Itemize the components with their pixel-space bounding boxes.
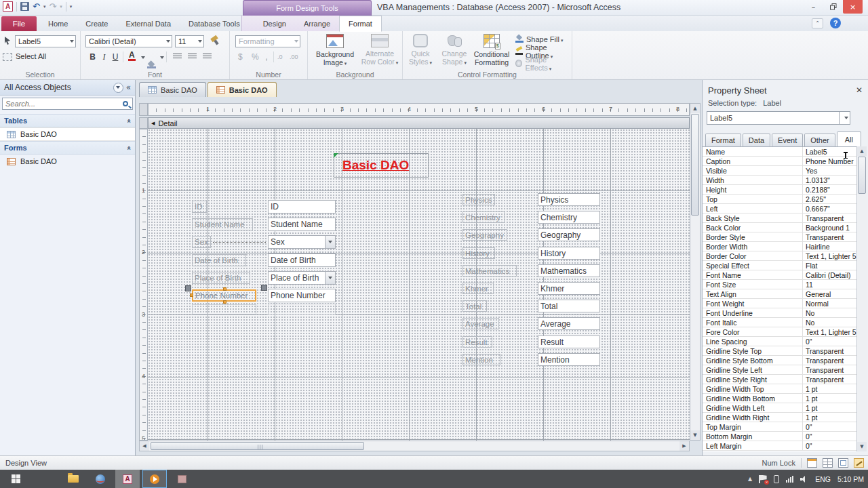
property-value[interactable]: 2.625" (802, 195, 857, 203)
property-value[interactable]: 0" (802, 441, 857, 450)
property-value[interactable]: Text 1, Lighter 5 (802, 327, 857, 336)
resize-handle[interactable] (223, 287, 226, 291)
taskbar-app[interactable] (170, 470, 194, 488)
property-value[interactable]: Flat (802, 261, 857, 270)
scroll-thumb[interactable] (858, 157, 866, 194)
fill-color-icon[interactable] (147, 62, 156, 68)
scroll-down-icon[interactable]: ▼ (857, 442, 867, 451)
subject-label-history[interactable]: History (462, 247, 495, 259)
field-textbox-place-of-birth[interactable]: Place of Birth (268, 271, 336, 285)
property-value[interactable]: 0" (802, 422, 857, 431)
property-value[interactable]: 0.2188" (802, 185, 857, 194)
taskbar-access[interactable]: A (115, 470, 140, 488)
taskbar-browser[interactable] (88, 470, 113, 488)
restore-button[interactable] (823, 0, 843, 14)
file-tab[interactable]: File (1, 16, 37, 31)
property-value[interactable]: 11 (802, 280, 857, 289)
combo-dropdown-button[interactable] (325, 236, 335, 248)
canvas-vertical-scrollbar[interactable]: ▲ ▼ (690, 103, 701, 441)
qat-customize-icon[interactable]: ▾ (70, 4, 73, 9)
property-value[interactable]: Normal (802, 299, 857, 308)
scroll-down-icon[interactable]: ▼ (690, 430, 700, 440)
shutter-bar-close-icon[interactable]: « (126, 83, 131, 92)
property-value[interactable]: General (802, 289, 857, 298)
section-selector[interactable] (139, 117, 148, 129)
property-tab-data[interactable]: Data (743, 134, 770, 146)
label-move-handle[interactable] (185, 285, 191, 291)
property-value[interactable]: 0" (802, 432, 857, 441)
undo-caret-icon[interactable]: ▾ (43, 4, 46, 9)
property-value[interactable]: 0.6667" (802, 204, 857, 213)
property-value[interactable]: Transparent (802, 232, 857, 241)
nav-item-basic-dao[interactable]: Basic DAO (0, 127, 135, 141)
field-label-sex[interactable]: Sex (192, 236, 211, 248)
phone-icon[interactable] (774, 475, 779, 483)
start-button[interactable] (0, 470, 31, 488)
property-value[interactable]: Background 1 (802, 223, 857, 232)
chevron-up-icon[interactable]: « (125, 119, 132, 123)
control-selector-combobox[interactable]: Label5 (707, 111, 850, 125)
vertical-scroll-thumb[interactable] (691, 114, 699, 216)
property-tab-all[interactable]: All (837, 131, 861, 146)
scroll-up-icon[interactable]: ▲ (690, 104, 700, 113)
property-value[interactable]: Transparent (802, 346, 857, 355)
form-design-canvas[interactable]: Basic DAOIDIDStudent NameStudent NameSex… (148, 129, 690, 441)
property-value[interactable]: Transparent (802, 356, 857, 365)
document-tab-basic-dao[interactable]: Basic DAO (208, 82, 277, 97)
property-value[interactable]: Phone Number (802, 157, 857, 165)
ribbon-tab-external-data[interactable]: External Data (117, 16, 180, 31)
clock[interactable]: 5:10 PM (837, 475, 864, 483)
property-tab-event[interactable]: Event (772, 134, 803, 146)
taskbar-file-explorer[interactable] (61, 470, 85, 488)
property-value[interactable]: 1 pt (802, 413, 857, 422)
property-value[interactable]: Text 1, Lighter 5 (802, 251, 857, 260)
subject-textbox-result[interactable]: Result (538, 336, 600, 348)
ribbon-tab-database-tools[interactable]: Database Tools (180, 16, 249, 31)
subject-label-geography[interactable]: Geography (462, 229, 507, 241)
datasheet-view-button[interactable] (823, 458, 833, 468)
conditional-formatting-button[interactable]: Conditional Formatting (472, 33, 511, 66)
undo-icon[interactable]: ↶ (33, 2, 40, 11)
bold-button[interactable]: B (87, 52, 98, 62)
property-value[interactable]: Label5 (802, 147, 857, 156)
search-input[interactable] (3, 100, 123, 108)
scroll-right-icon[interactable]: ▶ (679, 441, 689, 451)
property-tab-format[interactable]: Format (705, 134, 741, 146)
nav-group-header-tables[interactable]: Tables« (0, 114, 135, 127)
subject-textbox-khmer[interactable]: Khmer (538, 282, 600, 295)
chevron-up-icon[interactable]: « (125, 146, 132, 150)
subject-textbox-total[interactable]: Total (538, 300, 600, 312)
canvas-horizontal-scrollbar[interactable]: ◀ ▶ (139, 441, 690, 451)
select-all-button[interactable]: Select All (16, 52, 46, 60)
design-view-button[interactable] (854, 458, 864, 468)
ribbon-tab-format[interactable]: Format (339, 16, 382, 32)
scroll-up-icon[interactable]: ▲ (857, 146, 867, 156)
subject-label-khmer[interactable]: Khmer (462, 283, 494, 294)
subject-label-total[interactable]: Total (462, 300, 487, 312)
nav-item-basic-dao[interactable]: Basic DAO (0, 155, 135, 168)
font-color-caret-icon[interactable] (141, 56, 145, 59)
subject-label-result[interactable]: Result (462, 336, 492, 348)
font-size-combobox[interactable]: 11 (175, 35, 204, 47)
object-selector-combobox[interactable]: Label5 (15, 35, 76, 47)
property-value[interactable]: 1.0313" (802, 176, 857, 184)
field-textbox-student-name[interactable]: Student Name (268, 218, 336, 231)
search-icon[interactable] (123, 101, 128, 106)
font-name-combobox[interactable]: Calibri (Detail) (85, 35, 172, 47)
textbox-move-handle[interactable] (261, 285, 267, 291)
property-value[interactable]: Transparent (802, 365, 857, 374)
property-value[interactable]: Calibri (Detail) (802, 270, 857, 279)
subject-label-physics[interactable]: Physics (462, 194, 495, 205)
property-value[interactable]: 1 pt (802, 384, 857, 393)
subject-label-mention[interactable]: Mention (462, 354, 500, 365)
field-label-place-of-birth[interactable]: Place of Birth (192, 272, 250, 284)
subject-textbox-mention[interactable]: Mention (538, 353, 600, 366)
property-value[interactable]: Transparent (802, 375, 857, 384)
nav-menu-icon[interactable] (113, 83, 123, 93)
property-value[interactable]: No (802, 318, 857, 327)
field-textbox-sex[interactable]: Sex (268, 235, 336, 249)
subject-label-chemistry[interactable]: Chemistry (462, 211, 505, 223)
save-icon[interactable] (20, 2, 29, 11)
nav-group-header-forms[interactable]: Forms« (0, 141, 135, 155)
collapse-ribbon-icon[interactable]: ⌃ (812, 18, 823, 28)
